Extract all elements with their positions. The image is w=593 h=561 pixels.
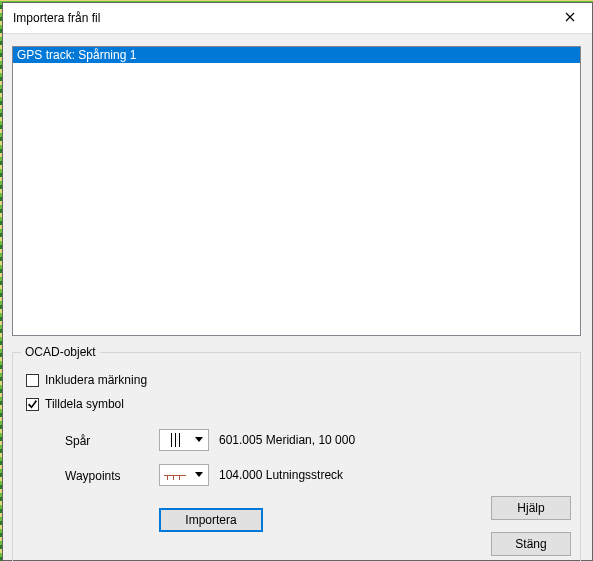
meridian-icon bbox=[160, 430, 190, 450]
list-item[interactable]: GPS track: Spårning 1 bbox=[13, 47, 580, 63]
import-button[interactable]: Importera bbox=[159, 508, 263, 532]
include-marking-label: Inkludera märkning bbox=[45, 373, 147, 387]
assign-symbol-checkbox[interactable]: Tilldela symbol bbox=[26, 397, 124, 411]
chevron-down-icon bbox=[190, 472, 208, 478]
list-item-label: GPS track: Spårning 1 bbox=[17, 48, 136, 62]
track-listbox[interactable]: GPS track: Spårning 1 bbox=[12, 46, 581, 336]
assign-symbol-label: Tilldela symbol bbox=[45, 397, 124, 411]
checkbox-icon bbox=[26, 374, 39, 387]
close-button-label: Stäng bbox=[515, 537, 546, 551]
waypoints-row-label: Waypoints bbox=[65, 469, 121, 483]
window-close-button[interactable] bbox=[548, 3, 592, 33]
help-button[interactable]: Hjälp bbox=[491, 496, 571, 520]
include-marking-checkbox[interactable]: Inkludera märkning bbox=[26, 373, 147, 387]
chevron-down-icon bbox=[190, 437, 208, 443]
dialog-window: Importera från fil GPS track: Spårning 1… bbox=[2, 2, 593, 561]
ocad-object-group: OCAD-objekt Inkludera märkning Tilldela … bbox=[12, 352, 581, 561]
titlebar: Importera från fil bbox=[3, 3, 592, 34]
waypoints-symbol-description: 104.000 Lutningsstreck bbox=[219, 468, 343, 482]
track-row-label: Spår bbox=[65, 434, 90, 448]
slope-ticks-icon bbox=[160, 465, 190, 485]
window-title: Importera från fil bbox=[13, 11, 100, 25]
track-symbol-description: 601.005 Meridian, 10 000 bbox=[219, 433, 355, 447]
track-symbol-dropdown[interactable] bbox=[159, 429, 209, 451]
checkbox-icon bbox=[26, 398, 39, 411]
help-button-label: Hjälp bbox=[517, 501, 544, 515]
close-button[interactable]: Stäng bbox=[491, 532, 571, 556]
import-button-label: Importera bbox=[185, 513, 236, 527]
waypoints-symbol-dropdown[interactable] bbox=[159, 464, 209, 486]
close-icon bbox=[565, 11, 575, 25]
group-title: OCAD-objekt bbox=[21, 345, 100, 359]
client-area: GPS track: Spårning 1 OCAD-objekt Inklud… bbox=[3, 34, 592, 560]
